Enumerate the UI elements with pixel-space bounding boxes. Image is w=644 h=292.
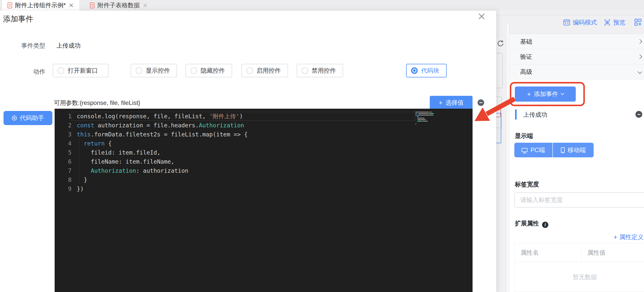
code-token: '附件上传' (209, 113, 239, 120)
panel-sections: 基础验证高级 (509, 34, 644, 79)
panel-section-1[interactable]: 基础 (509, 34, 644, 49)
tab-2[interactable]: 附件子表格数据 (84, 0, 153, 11)
action-option-5[interactable]: 禁用控件 (297, 64, 343, 77)
available-params: 可用参数:{response, file, fileList} (54, 99, 140, 107)
event-list-item[interactable]: 上传成功 (509, 108, 644, 121)
code-token: Authorization (199, 122, 244, 129)
info-icon[interactable]: i (542, 222, 548, 228)
action-option-label: 禁用控件 (312, 67, 336, 75)
plus-icon: + (527, 91, 531, 97)
code-line[interactable]: } (71, 175, 473, 184)
add-event-modal: 添加事件 事件类型 上传成功 动作 打开新窗口显示控件隐藏控件启用控件禁用控件代… (0, 11, 496, 292)
add-event-button[interactable]: + 添加事件 (515, 86, 576, 102)
modal-title: 添加事件 (3, 14, 33, 24)
code-line[interactable]: const authorization = file.headers.Autho… (71, 121, 473, 130)
event-type-row: 事件类型 上传成功 (21, 42, 81, 50)
hover-component-outline (496, 113, 501, 143)
panel-section-label: 基础 (520, 38, 532, 46)
code-mode-label: 编码模式 (573, 18, 597, 26)
mobile-side-label: 移动端 (568, 146, 586, 154)
code-token: } (77, 177, 87, 183)
pc-side-label: PC端 (530, 146, 545, 154)
document-icon (90, 3, 94, 8)
code-token: const (77, 122, 94, 129)
action-option-1[interactable]: 打开新窗口 (53, 64, 109, 77)
code-editor[interactable]: 123456789 console.log(response, file, fi… (55, 109, 473, 292)
action-option-label: 打开新窗口 (68, 67, 98, 75)
panel-section-label: 高级 (520, 68, 532, 76)
chevron-right-icon (637, 39, 642, 44)
code-mode-button[interactable]: 编码模式 (563, 18, 597, 26)
components-button[interactable] (634, 18, 642, 26)
label-width-input[interactable] (514, 192, 644, 208)
ghost-component-outline (496, 53, 503, 88)
tab-list: 附件上传组件示例*附件子表格数据 (2, 0, 153, 11)
tab-1[interactable]: 附件上传组件示例* (2, 0, 79, 11)
action-label: 动作 (33, 68, 45, 76)
preview-button[interactable]: 预览 (604, 18, 625, 26)
remove-event-icon[interactable] (635, 111, 642, 118)
document-icon (8, 3, 12, 8)
editor-gutter: 123456789 (55, 112, 71, 193)
action-option-6[interactable]: 代码块 (406, 64, 447, 77)
plus-icon: + (614, 234, 617, 240)
chevron-down-icon (561, 92, 564, 95)
mobile-side-button[interactable]: 移动端 (553, 143, 594, 157)
code-line[interactable]: console.log(response, file, fileList, '附… (71, 112, 415, 121)
action-option-4[interactable]: 启用控件 (241, 64, 288, 77)
code-token: fileid: item.fileId, (77, 149, 160, 156)
code-token: this (77, 131, 91, 138)
panel-section-2[interactable]: 验证 (509, 49, 644, 64)
tab-label: 附件子表格数据 (97, 1, 140, 9)
code-line[interactable]: Authorization: authorization (71, 166, 473, 175)
attr-define-link[interactable]: + 属性定义 (614, 233, 643, 241)
select-value-button[interactable]: + 选择值 (430, 96, 473, 109)
tab-close-icon[interactable] (143, 3, 148, 8)
tab-bar-spacer (0, 0, 2, 11)
radio-icon (246, 67, 253, 74)
code-token: return (84, 140, 105, 147)
close-icon[interactable] (477, 12, 486, 21)
canvas-scrollbar[interactable] (507, 24, 509, 292)
code-line[interactable]: fileid: item.fileId, (71, 148, 473, 157)
panel-section-3[interactable]: 高级 (509, 64, 644, 79)
code-line[interactable]: fileName: item.fileName, (71, 157, 473, 166)
editor-minimap[interactable] (415, 111, 449, 125)
annotation-highlight-box: + 添加事件 (510, 82, 585, 106)
action-option-3[interactable]: 隐藏控件 (186, 64, 232, 77)
plus-icon: + (439, 99, 442, 106)
action-option-label: 显示控件 (146, 67, 170, 75)
code-token: console.log(response, file, fileList, (77, 113, 209, 120)
line-number: 6 (55, 157, 71, 166)
code-line[interactable]: this.formData.filetest2s = fileList.map(… (71, 130, 473, 139)
canvas-strip (496, 11, 507, 292)
code-line[interactable]: return { (71, 139, 473, 148)
code-token: authorization = file.headers. (94, 122, 199, 129)
remove-action-icon[interactable] (478, 99, 484, 106)
empty-data-text: 暂无数据 (515, 262, 644, 292)
action-option-2[interactable]: 显示控件 (131, 64, 177, 77)
event-type-value: 上传成功 (56, 42, 81, 50)
code-token: { (105, 140, 112, 147)
attr-value-header: 属性值 (581, 243, 644, 262)
editor-code[interactable]: console.log(response, file, fileList, '附… (71, 112, 473, 193)
attr-name-header: 属性名 (515, 243, 581, 262)
preview-eye-icon (604, 19, 611, 26)
line-number: 5 (55, 148, 71, 157)
properties-panel: 基础验证高级 上传成功 显示端 PC端 移动端 标签宽度 (509, 34, 644, 292)
screen: 附件上传组件示例*附件子表格数据 添加事件 事件类型 上传成功 动作 打开新窗口… (0, 0, 644, 292)
select-value-label: 选择值 (446, 99, 464, 107)
event-item-label: 上传成功 (523, 111, 547, 119)
ext-attr-text: 扩展属性 (515, 220, 539, 227)
tab-close-icon[interactable] (69, 3, 74, 8)
code-assistant-button[interactable]: 代码助手 (4, 111, 52, 125)
action-option-label: 隐藏控件 (201, 67, 225, 75)
line-number: 7 (55, 166, 71, 175)
radio-icon (58, 67, 64, 74)
code-token: ) (239, 113, 243, 120)
code-token: }) (77, 186, 84, 192)
action-option-label: 启用控件 (257, 67, 281, 75)
pc-side-button[interactable]: PC端 (514, 143, 553, 157)
code-line[interactable]: }) (71, 184, 473, 193)
add-event-label: 添加事件 (534, 90, 558, 98)
